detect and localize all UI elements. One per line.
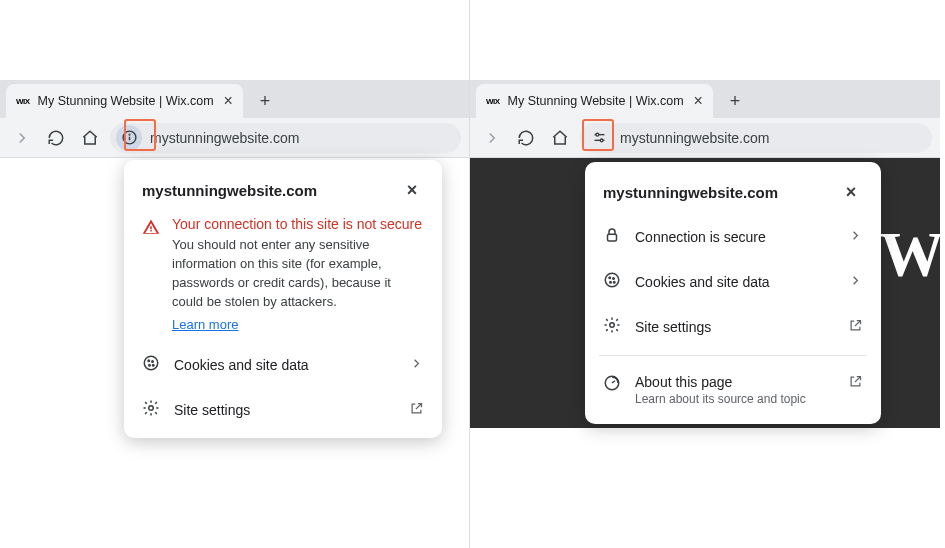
- svg-point-18: [614, 282, 616, 284]
- site-info-button[interactable]: [116, 125, 142, 151]
- tab-title: My Stunning Website | Wix.com: [38, 94, 214, 108]
- toolbar: mystunningwebsite.com: [0, 118, 469, 158]
- svg-point-15: [609, 277, 611, 279]
- site-info-popover: mystunningwebsite.com × Connection is se…: [585, 162, 881, 424]
- tab-title: My Stunning Website | Wix.com: [508, 94, 684, 108]
- site-tune-button[interactable]: [586, 125, 612, 151]
- tab-strip: WIX My Stunning Website | Wix.com × +: [470, 80, 940, 118]
- popover-domain: mystunningwebsite.com: [603, 184, 778, 201]
- external-link-icon: [409, 401, 424, 419]
- learn-more-link[interactable]: Learn more: [172, 317, 238, 332]
- forward-button[interactable]: [478, 124, 506, 152]
- url-text: mystunningwebsite.com: [620, 130, 769, 146]
- lock-icon: [603, 226, 621, 247]
- cookie-icon: [142, 354, 160, 375]
- browser-tab[interactable]: WIX My Stunning Website | Wix.com ×: [476, 84, 713, 118]
- divider: [599, 355, 867, 356]
- svg-point-16: [613, 278, 615, 280]
- page-snippet-letter: W: [880, 218, 944, 292]
- site-info-popover: mystunningwebsite.com × Your connection …: [124, 160, 442, 438]
- gear-icon: [142, 399, 160, 420]
- cookies-label: Cookies and site data: [174, 357, 395, 373]
- svg-point-6: [149, 365, 151, 367]
- reload-button[interactable]: [42, 124, 70, 152]
- home-button[interactable]: [546, 124, 574, 152]
- connection-secure-item[interactable]: Connection is secure: [585, 214, 881, 259]
- cookie-icon: [603, 271, 621, 292]
- external-link-icon: [848, 374, 863, 392]
- warning-title: Your connection to this site is not secu…: [172, 216, 424, 232]
- svg-point-17: [610, 282, 612, 284]
- new-tab-button[interactable]: +: [251, 87, 279, 115]
- cookies-menu-item[interactable]: Cookies and site data: [585, 259, 881, 304]
- svg-point-19: [610, 323, 615, 328]
- svg-rect-13: [608, 234, 617, 241]
- svg-point-14: [605, 273, 619, 287]
- warning-icon: [142, 218, 160, 332]
- about-sub: Learn about its source and topic: [635, 392, 834, 406]
- browser-right: W WIX My Stunning Website | Wix.com × +: [470, 0, 940, 548]
- external-link-icon: [848, 318, 863, 336]
- site-settings-label: Site settings: [174, 402, 395, 418]
- close-popover-icon[interactable]: ×: [400, 178, 424, 202]
- chevron-right-icon: [409, 356, 424, 374]
- svg-point-2: [129, 134, 130, 135]
- wix-favicon: WIX: [486, 97, 500, 106]
- popover-domain: mystunningwebsite.com: [142, 182, 317, 199]
- about-label: About this page: [635, 374, 834, 390]
- site-settings-label: Site settings: [635, 319, 834, 335]
- close-tab-icon[interactable]: ×: [224, 92, 233, 110]
- site-settings-menu-item[interactable]: Site settings: [124, 387, 442, 432]
- site-settings-menu-item[interactable]: Site settings: [585, 304, 881, 349]
- reload-button[interactable]: [512, 124, 540, 152]
- toolbar: mystunningwebsite.com: [470, 118, 940, 158]
- svg-point-10: [595, 133, 598, 136]
- chevron-right-icon: [848, 228, 863, 246]
- forward-button[interactable]: [8, 124, 36, 152]
- connection-label: Connection is secure: [635, 229, 834, 245]
- speed-icon: [603, 374, 621, 395]
- gear-icon: [603, 316, 621, 337]
- url-text: mystunningwebsite.com: [150, 130, 299, 146]
- browser-tab[interactable]: WIX My Stunning Website | Wix.com ×: [6, 84, 243, 118]
- cookies-label: Cookies and site data: [635, 274, 834, 290]
- svg-point-5: [152, 361, 154, 363]
- address-bar[interactable]: mystunningwebsite.com: [580, 123, 932, 153]
- close-popover-icon[interactable]: ×: [839, 180, 863, 204]
- about-page-menu-item[interactable]: About this page Learn about its source a…: [585, 362, 881, 418]
- svg-line-21: [612, 381, 615, 383]
- home-button[interactable]: [76, 124, 104, 152]
- svg-point-8: [149, 406, 154, 411]
- browser-left: WIX My Stunning Website | Wix.com × +: [0, 0, 470, 548]
- svg-point-3: [144, 357, 158, 371]
- new-tab-button[interactable]: +: [721, 87, 749, 115]
- chevron-right-icon: [848, 273, 863, 291]
- tab-strip: WIX My Stunning Website | Wix.com × +: [0, 80, 469, 118]
- svg-point-12: [600, 139, 603, 142]
- security-warning: Your connection to this site is not secu…: [124, 212, 442, 332]
- svg-point-4: [148, 360, 150, 362]
- cookies-menu-item[interactable]: Cookies and site data: [124, 342, 442, 387]
- close-tab-icon[interactable]: ×: [694, 92, 703, 110]
- warning-body: You should not enter any sensitive infor…: [172, 236, 424, 311]
- svg-point-7: [153, 365, 155, 367]
- address-bar[interactable]: mystunningwebsite.com: [110, 123, 461, 153]
- wix-favicon: WIX: [16, 97, 30, 106]
